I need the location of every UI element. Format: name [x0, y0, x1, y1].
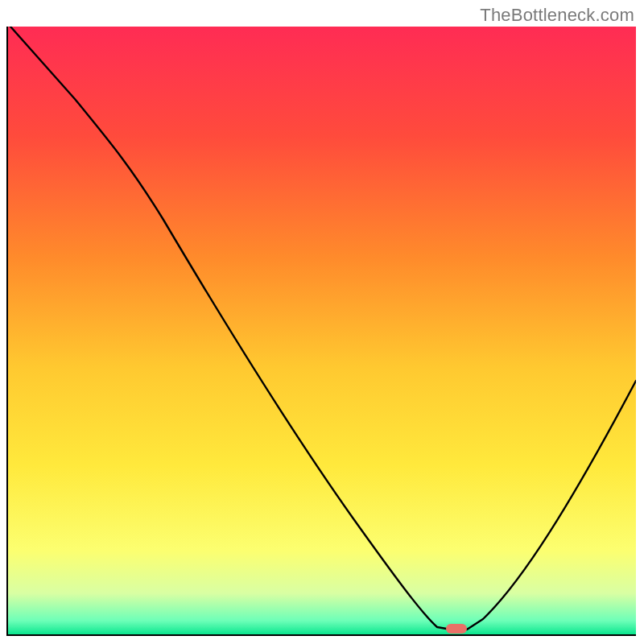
watermark-text: TheBottleneck.com [480, 5, 634, 26]
axes-frame [6, 27, 636, 636]
chart-container: TheBottleneck.com [0, 0, 644, 644]
